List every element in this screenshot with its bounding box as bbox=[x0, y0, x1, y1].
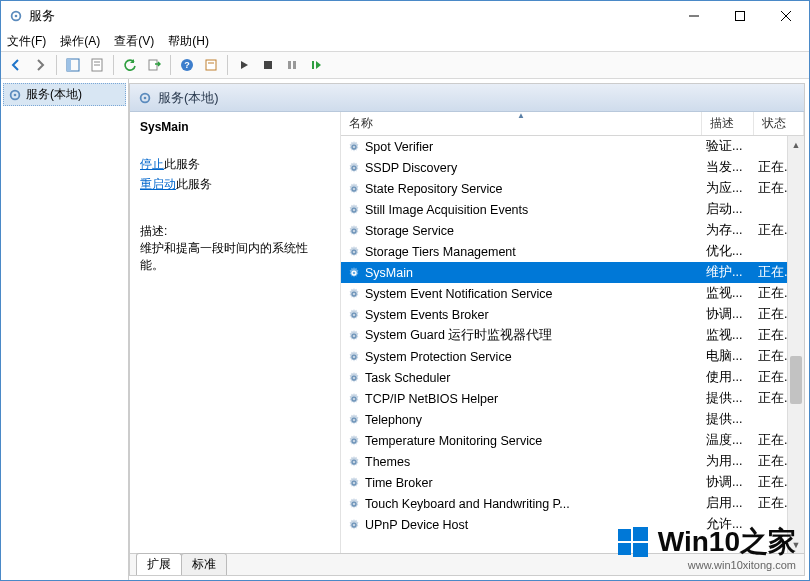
help-button[interactable]: ? bbox=[176, 54, 198, 76]
service-row[interactable]: System Event Notification Service监视...正在… bbox=[341, 283, 804, 304]
export-button[interactable] bbox=[143, 54, 165, 76]
forward-button[interactable] bbox=[29, 54, 51, 76]
service-desc: 监视... bbox=[702, 285, 754, 302]
service-desc: 为存... bbox=[702, 222, 754, 239]
gear-icon bbox=[347, 497, 361, 511]
gear-icon bbox=[347, 518, 361, 532]
gear-icon bbox=[347, 329, 361, 343]
menu-help[interactable]: 帮助(H) bbox=[168, 33, 209, 50]
close-button[interactable] bbox=[763, 1, 809, 31]
service-desc: 温度... bbox=[702, 432, 754, 449]
service-row[interactable]: SysMain维护...正在... bbox=[341, 262, 804, 283]
window-controls bbox=[671, 1, 809, 31]
service-row[interactable]: Touch Keyboard and Handwriting P...启用...… bbox=[341, 493, 804, 514]
content-body: SysMain 停止此服务 重启动此服务 描述: 维护和提高一段时间内的系统性能… bbox=[130, 112, 804, 553]
sort-indicator-up-icon: ▲ bbox=[517, 111, 525, 120]
pause-service-button[interactable] bbox=[281, 54, 303, 76]
tab-extended[interactable]: 扩展 bbox=[136, 553, 182, 575]
description-label: 描述: bbox=[140, 223, 330, 240]
refresh-button[interactable] bbox=[119, 54, 141, 76]
column-description[interactable]: 描述 bbox=[702, 112, 754, 135]
service-name: SSDP Discovery bbox=[365, 161, 457, 175]
service-desc: 优化... bbox=[702, 243, 754, 260]
gear-icon bbox=[347, 266, 361, 280]
restart-service-button[interactable] bbox=[305, 54, 327, 76]
svg-rect-11 bbox=[149, 60, 157, 70]
service-row[interactable]: Task Scheduler使用...正在... bbox=[341, 367, 804, 388]
view-tabs: 扩展 标准 bbox=[130, 553, 804, 575]
maximize-button[interactable] bbox=[717, 1, 763, 31]
gear-icon bbox=[347, 455, 361, 469]
selected-service-name: SysMain bbox=[140, 120, 330, 134]
stop-service-button[interactable] bbox=[257, 54, 279, 76]
service-row[interactable]: SSDP Discovery当发...正在... bbox=[341, 157, 804, 178]
description-text: 维护和提高一段时间内的系统性能。 bbox=[140, 240, 330, 274]
vertical-scrollbar[interactable]: ▲ ▼ bbox=[787, 136, 804, 553]
show-hide-tree-button[interactable] bbox=[62, 54, 84, 76]
service-row[interactable]: State Repository Service为应...正在... bbox=[341, 178, 804, 199]
service-desc: 电脑... bbox=[702, 348, 754, 365]
svg-point-21 bbox=[14, 93, 17, 96]
service-name: Time Broker bbox=[365, 476, 433, 490]
service-desc: 当发... bbox=[702, 159, 754, 176]
service-desc: 验证... bbox=[702, 138, 754, 155]
restart-link[interactable]: 重启动 bbox=[140, 177, 176, 191]
tree-item-services-local[interactable]: 服务(本地) bbox=[3, 83, 126, 106]
menu-file[interactable]: 文件(F) bbox=[7, 33, 46, 50]
service-row[interactable]: Telephony提供... bbox=[341, 409, 804, 430]
service-name: State Repository Service bbox=[365, 182, 503, 196]
service-row[interactable]: Storage Tiers Management优化... bbox=[341, 241, 804, 262]
menu-view[interactable]: 查看(V) bbox=[114, 33, 154, 50]
service-name: Telephony bbox=[365, 413, 422, 427]
menu-action[interactable]: 操作(A) bbox=[60, 33, 100, 50]
toolbar-separator bbox=[113, 55, 114, 75]
service-name: System Guard 运行时监视器代理 bbox=[365, 327, 552, 344]
minimize-button[interactable] bbox=[671, 1, 717, 31]
gear-icon bbox=[347, 434, 361, 448]
tab-standard[interactable]: 标准 bbox=[181, 553, 227, 575]
service-row[interactable]: System Protection Service电脑...正在... bbox=[341, 346, 804, 367]
svg-rect-16 bbox=[264, 61, 272, 69]
service-name: Still Image Acquisition Events bbox=[365, 203, 528, 217]
content-header: 服务(本地) bbox=[130, 84, 804, 112]
svg-point-1 bbox=[15, 15, 18, 18]
gear-icon bbox=[347, 245, 361, 259]
service-desc: 使用... bbox=[702, 369, 754, 386]
svg-point-23 bbox=[144, 96, 147, 99]
back-button[interactable] bbox=[5, 54, 27, 76]
app-icon bbox=[9, 9, 23, 23]
service-row[interactable]: System Guard 运行时监视器代理监视...正在... bbox=[341, 325, 804, 346]
column-status[interactable]: 状态 bbox=[754, 112, 804, 135]
detail-pane: SysMain 停止此服务 重启动此服务 描述: 维护和提高一段时间内的系统性能… bbox=[130, 112, 340, 553]
scroll-up-icon[interactable]: ▲ bbox=[788, 136, 804, 153]
start-service-button[interactable] bbox=[233, 54, 255, 76]
service-row[interactable]: UPnP Device Host允许... bbox=[341, 514, 804, 535]
service-row[interactable]: System Events Broker协调...正在... bbox=[341, 304, 804, 325]
list-rows[interactable]: Spot Verifier验证...SSDP Discovery当发...正在.… bbox=[341, 136, 804, 553]
action-button[interactable] bbox=[200, 54, 222, 76]
tree-pane[interactable]: 服务(本地) bbox=[1, 79, 129, 580]
scroll-down-icon[interactable]: ▼ bbox=[788, 536, 804, 553]
svg-rect-18 bbox=[293, 61, 296, 69]
service-row[interactable]: Temperature Monitoring Service温度...正在... bbox=[341, 430, 804, 451]
svg-rect-3 bbox=[736, 12, 745, 21]
service-row[interactable]: TCP/IP NetBIOS Helper提供...正在... bbox=[341, 388, 804, 409]
stop-link[interactable]: 停止 bbox=[140, 157, 164, 171]
service-row[interactable]: Themes为用...正在... bbox=[341, 451, 804, 472]
service-name: Spot Verifier bbox=[365, 140, 433, 154]
window-title: 服务 bbox=[29, 8, 671, 25]
titlebar[interactable]: 服务 bbox=[1, 1, 809, 31]
service-desc: 维护... bbox=[702, 264, 754, 281]
svg-rect-14 bbox=[206, 60, 216, 70]
gear-icon bbox=[347, 161, 361, 175]
service-row[interactable]: Spot Verifier验证... bbox=[341, 136, 804, 157]
service-row[interactable]: Still Image Acquisition Events启动... bbox=[341, 199, 804, 220]
service-row[interactable]: Time Broker协调...正在... bbox=[341, 472, 804, 493]
svg-rect-19 bbox=[312, 61, 314, 69]
column-name[interactable]: 名称 ▲ bbox=[341, 112, 702, 135]
service-row[interactable]: Storage Service为存...正在... bbox=[341, 220, 804, 241]
service-desc: 允许... bbox=[702, 516, 754, 533]
properties-button[interactable] bbox=[86, 54, 108, 76]
scroll-thumb[interactable] bbox=[790, 356, 802, 404]
service-desc: 协调... bbox=[702, 474, 754, 491]
